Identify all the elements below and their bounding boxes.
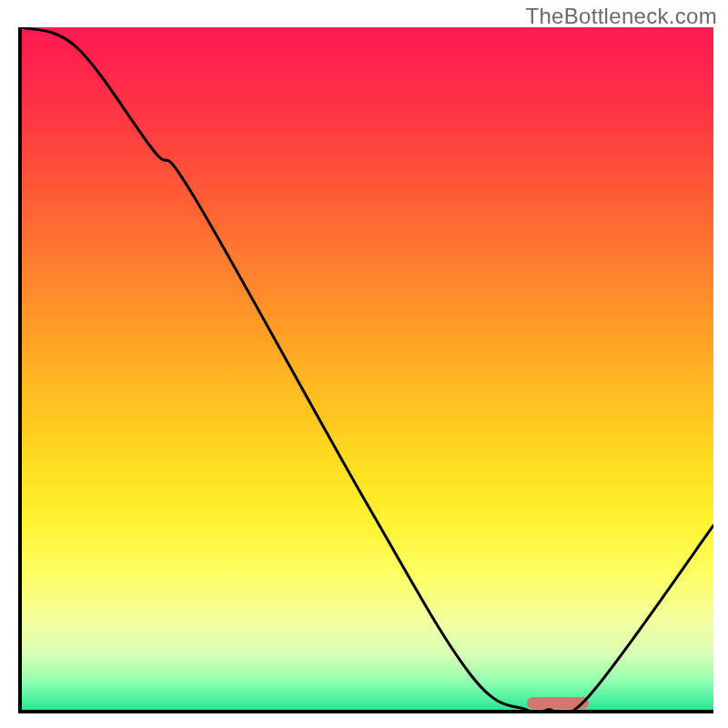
chart-container: TheBottleneck.com [0, 0, 728, 728]
optimal-marker [527, 697, 589, 709]
gradient-background [22, 27, 713, 710]
plot-area [18, 27, 713, 713]
watermark-text: TheBottleneck.com [525, 4, 717, 29]
